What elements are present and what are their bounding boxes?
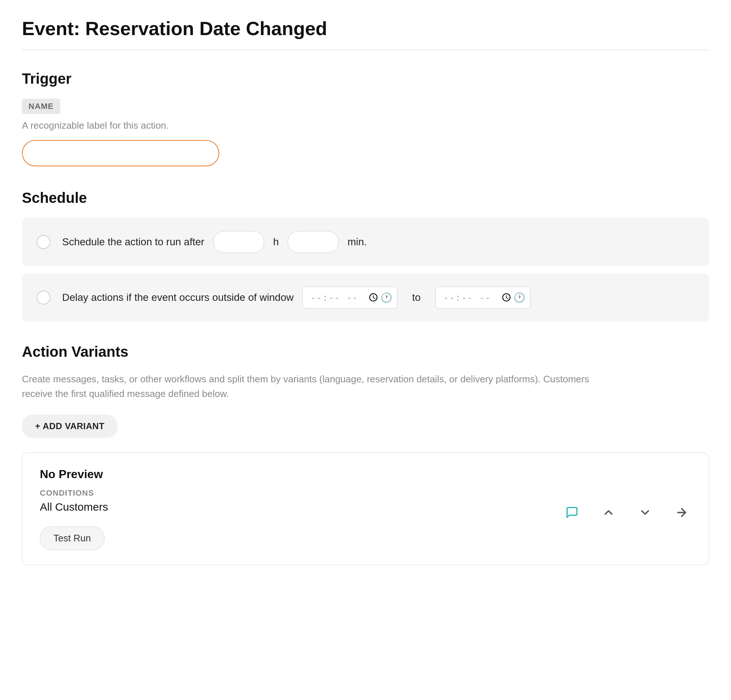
name-helper-text: A recognizable label for this action. xyxy=(22,120,709,131)
trigger-section-title: Trigger xyxy=(22,70,709,87)
time-input-end[interactable] xyxy=(435,286,530,308)
variant-card-title: No Preview xyxy=(40,468,108,481)
schedule-radio-2[interactable] xyxy=(37,291,50,304)
schedule-row-2: Delay actions if the event occurs outsid… xyxy=(22,273,709,322)
time-input-start[interactable] xyxy=(302,286,397,308)
card-actions xyxy=(562,505,691,521)
schedule-row-1-text: Schedule the action to run after xyxy=(62,236,204,248)
schedule-radio-1[interactable] xyxy=(37,235,50,249)
variants-description: Create messages, tasks, or other workflo… xyxy=(22,372,607,401)
move-down-button[interactable] xyxy=(636,505,655,521)
navigate-button[interactable] xyxy=(672,505,691,521)
action-variants-title: Action Variants xyxy=(22,343,709,360)
chat-icon xyxy=(565,506,578,519)
name-label-badge: NAME xyxy=(22,99,60,114)
schedule-minutes-input[interactable] xyxy=(288,231,339,253)
card-left: No Preview CONDITIONS All Customers Test… xyxy=(40,468,108,550)
page-title: Event: Reservation Date Changed xyxy=(22,18,709,40)
name-input[interactable] xyxy=(22,140,219,166)
to-text: to xyxy=(412,292,420,304)
trigger-section: Trigger NAME A recognizable label for th… xyxy=(22,70,709,190)
minutes-unit: min. xyxy=(348,236,367,248)
hours-unit: h xyxy=(273,236,279,248)
card-content-row: No Preview CONDITIONS All Customers Test… xyxy=(40,468,691,550)
add-variant-button[interactable]: + ADD VARIANT xyxy=(22,414,118,438)
schedule-row-1: Schedule the action to run after h min. xyxy=(22,218,709,266)
conditions-label: CONDITIONS xyxy=(40,488,108,498)
variant-card: No Preview CONDITIONS All Customers Test… xyxy=(22,452,709,565)
test-run-button[interactable]: Test Run xyxy=(40,526,104,550)
conditions-value: All Customers xyxy=(40,501,108,513)
chevron-up-icon xyxy=(602,506,615,519)
action-variants-section: Action Variants Create messages, tasks, … xyxy=(22,343,709,565)
move-up-button[interactable] xyxy=(599,505,618,521)
time-input-wrapper-2: 🕐 xyxy=(435,286,530,308)
schedule-section-title: Schedule xyxy=(22,190,709,206)
schedule-row-2-text: Delay actions if the event occurs outsid… xyxy=(62,292,294,304)
message-icon-button[interactable] xyxy=(562,505,581,521)
schedule-hours-input[interactable] xyxy=(213,231,264,253)
time-input-wrapper-1: 🕐 xyxy=(302,286,397,308)
schedule-section: Schedule Schedule the action to run afte… xyxy=(22,190,709,322)
chevron-down-icon xyxy=(639,506,652,519)
title-divider xyxy=(22,50,709,50)
arrow-right-icon xyxy=(675,506,688,519)
